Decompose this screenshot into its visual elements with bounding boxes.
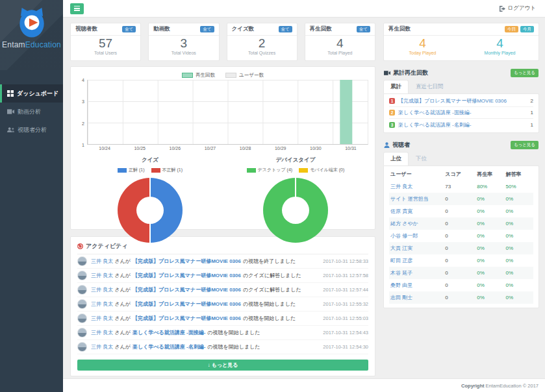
tab-bottom-watchers[interactable]: 下位 — [409, 152, 434, 165]
activity-target-link[interactable]: 楽しく学べる就活講座 -面接編- — [133, 330, 205, 336]
activity-target-link[interactable]: 【完成版】プロレス風マナー研修MOVIE 0306 — [133, 315, 241, 321]
plays-caption: Monthly Played — [461, 51, 539, 55]
play-count: 1 — [531, 122, 533, 128]
watcher-play-rate: 0% — [475, 254, 504, 267]
activity-text: 三井 良太 さんが【完成版】プロレス風マナー研修MOVIE 0306の視聴を終了… — [91, 258, 318, 265]
watcher-answer-rate: 0% — [505, 242, 533, 254]
sidebar-item-video-analysis[interactable]: 動画分析 — [0, 103, 63, 121]
stat-card-title: 動画数 — [153, 25, 170, 33]
sidebar-item-viewer-analysis[interactable]: 視聴者分析 — [0, 121, 63, 139]
y-tick-label: 3 — [82, 99, 84, 104]
tab-last-seven-days[interactable]: 直近七日間 — [409, 80, 451, 93]
video-title-link[interactable]: 【完成版】プロレス風マナー研修MOVIE 0306 — [398, 97, 528, 104]
legend-item[interactable]: 不正解 (1) — [151, 167, 183, 173]
sidebar-toggle-button[interactable] — [70, 3, 84, 14]
stat-card-body: 4 Total Played — [305, 36, 375, 55]
video-camera-icon — [7, 109, 14, 114]
watcher-name-link[interactable]: 町田 正彦 — [389, 254, 444, 267]
watcher-name-link[interactable]: 緒方 さやか — [389, 217, 444, 230]
cumulative-more-button[interactable]: もっと見る — [511, 69, 539, 77]
watcher-name-link[interactable]: 佐原 貴寛 — [389, 205, 444, 217]
activity-user-link[interactable]: 三井 良太 — [91, 258, 113, 264]
person-icon — [384, 142, 390, 148]
stat-caption: Total Played — [305, 51, 375, 55]
activity-target-link[interactable]: 【完成版】プロレス風マナー研修MOVIE 0306 — [133, 301, 241, 307]
activity-user-link[interactable]: 三井 良太 — [91, 315, 113, 321]
plays-stat: 4 Today Played — [384, 36, 461, 55]
plays-caption: Today Played — [384, 51, 461, 55]
avatar — [77, 271, 87, 280]
activity-target-link[interactable]: 【完成版】プロレス風マナー研修MOVIE 0306 — [133, 273, 241, 278]
watcher-name-link[interactable]: 小谷 修一郎 — [389, 230, 444, 242]
watcher-name-link[interactable]: 志田 剛士 — [389, 291, 444, 304]
watcher-name-link[interactable]: 木谷 延子 — [389, 267, 444, 279]
top-header-bar: ログアウト — [63, 0, 545, 18]
x-tick-label: 10/30 — [298, 145, 333, 152]
legend-item[interactable]: モバイル端末 (0) — [299, 167, 344, 173]
sidebar-item-dashboard[interactable]: ダッシュボード — [0, 84, 63, 103]
watcher-row: 志田 剛士 0 0% 0% — [389, 291, 533, 304]
logout-icon — [500, 6, 505, 12]
video-title-link[interactable]: 楽しく学べる就活講座 -名刺編- — [398, 121, 528, 129]
watcher-play-rate: 0% — [475, 230, 504, 242]
plays-card-badge[interactable]: 今日 — [505, 26, 518, 32]
plays-card-badge[interactable]: 今月 — [520, 26, 534, 32]
stat-card-badge[interactable]: 全て — [357, 26, 370, 32]
stat-card-header: 動画数 全て — [149, 23, 218, 36]
activity-user-link[interactable]: 三井 良太 — [91, 330, 113, 336]
legend-item[interactable]: デスクトップ (4) — [247, 167, 292, 173]
device-donut-block: デバイスタイプ デスクトップ (4)モバイル端末 (0) — [223, 154, 368, 243]
watcher-name-link[interactable]: 大貫 江実 — [389, 242, 444, 254]
video-camera-icon — [384, 71, 390, 75]
legend-item[interactable]: 正解 (1) — [118, 167, 145, 173]
stat-card-badge[interactable]: 全て — [279, 26, 292, 32]
rank-badge: 1 — [389, 98, 395, 104]
bar-chart-legend: 再生回数 ユーザー数 — [77, 71, 368, 79]
chart-bar — [340, 80, 352, 144]
activity-user-link[interactable]: 三井 良太 — [91, 344, 113, 350]
watcher-play-rate: 0% — [475, 291, 504, 304]
ranked-video-row: 1 【完成版】プロレス風マナー研修MOVIE 0306 2 — [389, 95, 533, 107]
plays-value: 4 — [384, 37, 461, 51]
y-tick-label: 2 — [82, 121, 84, 125]
tab-top-watchers[interactable]: 上位 — [383, 152, 409, 165]
stat-value: 4 — [305, 37, 375, 51]
stat-card-badge[interactable]: 全て — [122, 26, 136, 32]
activity-row: 三井 良太 さんが【完成版】プロレス風マナー研修MOVIE 0306の視聴を開始… — [77, 297, 368, 312]
activity-target-link[interactable]: 楽しく学べる就活講座 -名刺編- — [133, 344, 205, 350]
stat-caption: Total Users — [71, 51, 140, 55]
watcher-name-link[interactable]: サイト 運営担当 — [389, 193, 444, 205]
stat-caption: Total Quizzes — [227, 51, 297, 55]
watchers-table: ユーザースコア再生率解答率 三井 良太 73 80% 50% — [389, 168, 533, 304]
logout-button[interactable]: ログアウト — [500, 5, 537, 12]
activity-user-link[interactable]: 三井 良太 — [91, 287, 113, 293]
activity-text: 三井 良太 さんが【完成版】プロレス風マナー研修MOVIE 0306のクイズに解… — [91, 286, 318, 293]
activity-icon — [77, 243, 83, 249]
sidebar: EntamEducation ダッシュボード 動画分析 視聴者分析 — [0, 0, 63, 392]
cumulative-title: 累計再生回数 — [393, 69, 508, 77]
video-title-link[interactable]: 楽しく学べる就活講座 -面接編- — [398, 109, 528, 116]
stat-card-badge[interactable]: 全て — [200, 26, 214, 32]
activity-target-link[interactable]: 【完成版】プロレス風マナー研修MOVIE 0306 — [133, 287, 241, 293]
activity-user-link[interactable]: 三井 良太 — [91, 273, 113, 278]
activity-target-link[interactable]: 【完成版】プロレス風マナー研修MOVIE 0306 — [133, 258, 241, 264]
watchers-more-button[interactable]: もっと見る — [511, 141, 539, 149]
plays-card-title: 再生回数 — [388, 25, 411, 33]
stat-card-title: クイズ数 — [232, 25, 255, 33]
activity-more-button[interactable]: ↓ もっと見る — [77, 360, 368, 371]
watcher-play-rate: 0% — [475, 193, 504, 205]
watcher-name-link[interactable]: 三井 良太 — [389, 180, 444, 193]
legend-item[interactable]: ユーザー数 — [225, 71, 264, 79]
activity-timestamp: 2017-10-31 12:54:30 — [323, 344, 368, 350]
cumulative-plays-panel: 累計再生回数 もっと見る 累計 直近七日間 1 【完成版】プロレス風マナー研修M… — [383, 67, 539, 133]
tab-cumulative-total[interactable]: 累計 — [383, 80, 409, 93]
legend-item[interactable]: 再生回数 — [182, 71, 215, 79]
watcher-name-link[interactable]: 桑野 由里 — [389, 279, 444, 291]
activity-row: 三井 良太 さんが【完成版】プロレス風マナー研修MOVIE 0306の視聴を開始… — [77, 312, 368, 326]
legend-swatch — [182, 73, 193, 78]
avatar — [77, 328, 87, 337]
activity-user-link[interactable]: 三井 良太 — [91, 301, 113, 307]
legend-swatch — [247, 168, 256, 173]
play-count: 2 — [531, 98, 533, 104]
donut-segment-divider — [295, 178, 296, 210]
